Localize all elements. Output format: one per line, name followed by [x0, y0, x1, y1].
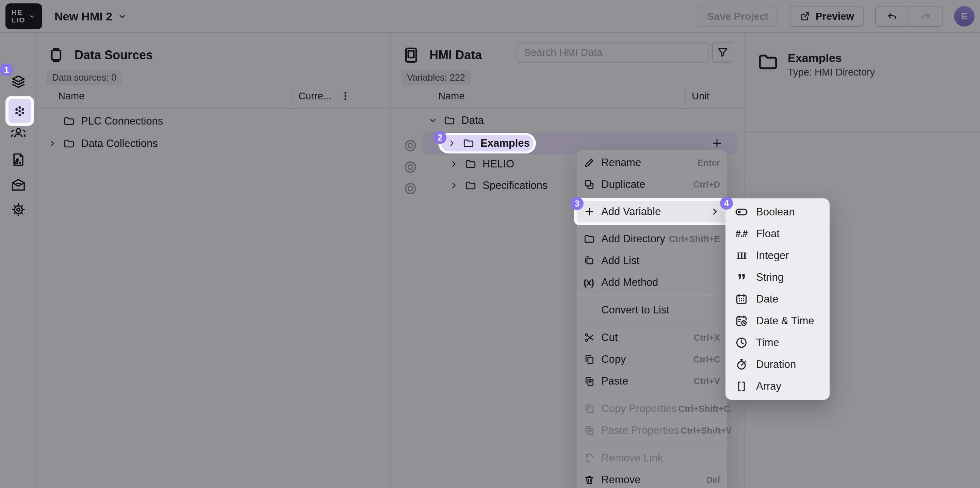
paste-icon	[584, 375, 600, 387]
menu-separator	[577, 296, 727, 296]
brackets-icon	[734, 380, 749, 393]
layers-icon[interactable]	[0, 74, 37, 89]
submenu-item-boolean[interactable]: Boolean	[725, 201, 830, 223]
menu-item-cut[interactable]: Cut Ctrl+X	[577, 327, 727, 348]
link-target-icon[interactable]	[403, 138, 418, 153]
menu-item-remove-link[interactable]: Remove Link	[577, 447, 727, 469]
submenu-chevron-right-icon	[710, 207, 720, 217]
chevron-down-icon	[28, 12, 37, 21]
data-sources-panel: Data Sources Data sources: 0 Name Curre.…	[37, 33, 390, 488]
duplicate-icon	[584, 179, 600, 190]
tour-badge-1: 1	[0, 63, 13, 76]
menu-separator	[577, 324, 727, 324]
menu-item-add-variable-spotlight[interactable]: Add Variable	[574, 198, 730, 225]
inspector-type: Type: HMI Directory	[788, 67, 875, 78]
assets-icon[interactable]	[0, 152, 37, 167]
column-divider[interactable]	[292, 88, 292, 106]
link-target-icon[interactable]	[403, 160, 418, 175]
link-target-icon[interactable]	[403, 181, 418, 196]
plc-chip-icon	[47, 46, 66, 65]
submenu-item-date[interactable]: Date	[725, 288, 830, 310]
save-project-button[interactable]: Save Project	[698, 6, 778, 27]
helio-logo: HE LIO	[11, 9, 25, 24]
project-title-dropdown[interactable]: New HMI 2	[54, 0, 127, 33]
chevron-right-icon[interactable]	[48, 139, 57, 148]
data-sources-column-header: Name Curre...	[37, 86, 390, 109]
external-link-icon	[799, 11, 811, 22]
column-unit: Unit	[692, 91, 710, 102]
submenu-item-integer[interactable]: III Integer	[725, 245, 830, 267]
kebab-menu-icon[interactable]	[339, 90, 352, 102]
plus-icon	[584, 206, 600, 218]
folder-icon	[584, 233, 600, 245]
quotes-icon: ”	[734, 271, 749, 284]
chevron-right-icon[interactable]	[447, 138, 457, 148]
menu-item-add-directory[interactable]: Add Directory Ctrl+Shift+E	[577, 228, 727, 250]
menu-item-add-list[interactable]: Add List	[577, 250, 727, 272]
tree-row-specifications[interactable]: Specifications	[449, 180, 547, 192]
chevron-down-icon	[117, 11, 127, 21]
tree-row-data-collections[interactable]: Data Collections	[48, 137, 158, 150]
helio-logo-menu[interactable]: HE LIO	[5, 3, 42, 29]
menu-item-copy-properties[interactable]: Copy Properties Ctrl+Shift+C	[577, 398, 727, 420]
undo-button[interactable]	[876, 6, 908, 26]
redo-button[interactable]	[908, 6, 942, 26]
submenu-item-date-time[interactable]: Date & Time	[725, 310, 830, 332]
tree-row-data[interactable]: Data	[428, 114, 484, 127]
search-input[interactable]: Search HMI Data	[517, 42, 709, 63]
float-hash-icon: #.#	[734, 229, 749, 239]
user-avatar[interactable]: E	[954, 6, 975, 27]
unlink-refresh-icon	[584, 452, 600, 464]
panel-title: Data Sources	[75, 48, 153, 62]
copy-icon	[584, 354, 600, 365]
add-child-plus-icon[interactable]	[711, 137, 723, 149]
inspector-divider	[745, 132, 980, 133]
settings-gear-icon[interactable]	[0, 202, 37, 217]
submenu-item-array[interactable]: Array	[725, 375, 830, 397]
chevron-down-icon[interactable]	[428, 116, 438, 125]
column-divider[interactable]	[685, 88, 686, 106]
menu-item-paste-properties[interactable]: Paste Properties Ctrl+Shift+V	[577, 420, 727, 441]
paste-icon	[584, 425, 600, 436]
submenu-item-string[interactable]: ” String	[725, 267, 830, 288]
calendar-icon	[734, 292, 749, 305]
submenu-item-float[interactable]: #.# Float	[725, 223, 830, 245]
folder-icon	[463, 137, 474, 149]
folder-icon	[63, 115, 75, 127]
filter-button[interactable]	[712, 42, 733, 63]
folder-stack-icon	[584, 255, 600, 267]
menu-separator	[577, 395, 727, 395]
copy-icon	[584, 403, 600, 415]
left-rail	[0, 33, 37, 488]
tour-badge-2: 2	[434, 131, 447, 144]
menu-item-remove[interactable]: Remove Del	[577, 469, 727, 488]
sidebar-item-data-active[interactable]	[5, 96, 34, 126]
menu-item-paste[interactable]: Paste Ctrl+V	[577, 370, 727, 392]
top-bar-actions: Save Project Preview	[698, 6, 975, 27]
menu-item-rename[interactable]: Rename Enter	[577, 152, 727, 173]
submenu-item-duration[interactable]: Duration	[725, 354, 830, 375]
submenu-item-time[interactable]: Time	[725, 332, 830, 354]
clock-icon	[734, 336, 749, 349]
tree-row-plc-connections[interactable]: PLC Connections	[63, 115, 163, 127]
column-current: Curre...	[298, 91, 331, 102]
menu-item-duplicate[interactable]: Duplicate Ctrl+D	[577, 173, 727, 196]
menu-item-add-method[interactable]: (x) Add Method	[577, 272, 727, 293]
menu-item-copy[interactable]: Copy Ctrl+C	[577, 348, 727, 370]
undo-redo-group	[875, 6, 943, 27]
folder-icon	[63, 138, 75, 149]
tree-row-helio[interactable]: HELIO	[449, 158, 514, 170]
variables-count-badge: Variables: 222	[401, 70, 471, 85]
chevron-right-icon[interactable]	[449, 159, 459, 169]
add-variable-submenu: Boolean #.# Float III Integer ” String D…	[725, 199, 830, 400]
mail-icon[interactable]	[0, 177, 37, 192]
project-name: New HMI 2	[54, 10, 112, 23]
column-name: Name	[438, 91, 465, 102]
chevron-right-icon[interactable]	[449, 181, 459, 190]
menu-item-convert-to-list[interactable]: Convert to List	[577, 299, 727, 321]
preview-button[interactable]: Preview	[790, 6, 864, 27]
calendar-clock-icon	[734, 315, 749, 327]
users-icon[interactable]	[0, 125, 37, 141]
folder-icon	[465, 180, 476, 191]
examples-spotlight-pill[interactable]: Examples	[438, 133, 536, 154]
